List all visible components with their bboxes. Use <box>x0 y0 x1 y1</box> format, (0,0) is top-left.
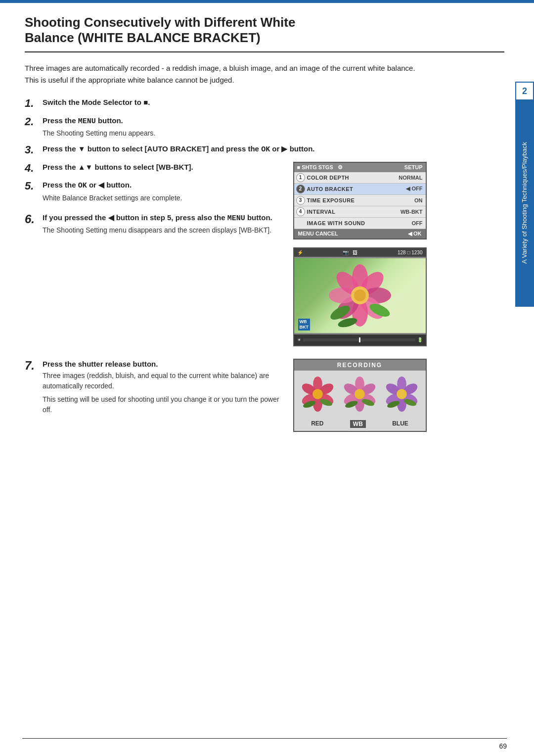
bottom-line <box>22 738 507 739</box>
exposure-icon: ☀ <box>297 337 301 342</box>
svg-point-9 <box>354 289 366 301</box>
step-2-sub: The Shooting Setting menu appears. <box>43 128 504 139</box>
menu-row-2: 2 AUTO BRACKET ◀ OFF <box>294 184 426 195</box>
camera-menu-screen: ■ SHTG STGS ⚙ SETUP 1 COLOR DEPTH NORMAL… <box>293 162 427 239</box>
rec-img-blue <box>382 375 421 414</box>
step-6-sub: The Shooting Setting menu disappears and… <box>43 225 283 236</box>
step-4-number: 4. <box>25 162 41 175</box>
step-7-content: Press the shutter release button. Three … <box>43 359 283 416</box>
side-tab-label: A Variety of Shooting Techniques/Playbac… <box>521 142 529 264</box>
svg-point-37 <box>397 389 407 399</box>
title-line2: Balance (WHITE BALANCE BRACKET) <box>25 30 504 46</box>
step-3: 3. Press the ▼ button to select [AUTO BR… <box>25 143 504 156</box>
rec-flower-red <box>299 376 336 413</box>
step-2-content: Press the MENU button. The Shooting Sett… <box>43 115 504 139</box>
row-num-2: 2 <box>296 185 305 193</box>
photo-count: 128 □ 1230 <box>398 250 423 255</box>
camera-photo-screen: ⚡ 📷 🖼 128 □ 1230 <box>293 247 427 346</box>
step-7: 7. Press the shutter release button. Thr… <box>25 359 283 416</box>
page-number: 69 <box>499 742 507 750</box>
wb-bkt-label: WBBKT <box>298 319 311 331</box>
row-value-4: WB-BKT <box>400 209 423 215</box>
photo-icon-center: 📷 🖼 <box>343 250 357 255</box>
recording-screen: RECORDING <box>293 359 427 432</box>
side-tab: A Variety of Shooting Techniques/Playbac… <box>515 99 534 307</box>
rec-img-neutral <box>340 375 379 414</box>
step-5-content: Press the OK or ◀ button. White Balance … <box>43 180 283 203</box>
row-value-5: OFF <box>412 220 423 226</box>
page: A Variety of Shooting Techniques/Playbac… <box>0 0 534 756</box>
side-tab-number: 2 <box>515 82 534 100</box>
rec-label-red: RED <box>311 420 323 428</box>
exposure-indicator <box>359 337 360 342</box>
svg-point-19 <box>312 389 323 399</box>
row-value-3: ON <box>414 197 423 203</box>
row-num-4: 4 <box>296 207 305 216</box>
recording-images <box>294 371 426 418</box>
step-5: 5. Press the OK or ◀ button. White Balan… <box>25 180 283 203</box>
intro-text2: This is useful if the appropriate white … <box>25 76 234 84</box>
step-6-content: If you pressed the ◀ button in step 5, p… <box>43 212 283 236</box>
menu-row-1: 1 COLOR DEPTH NORMAL <box>294 172 426 184</box>
photo-icon-left: ⚡ <box>297 250 303 255</box>
step-3-content: Press the ▼ button to select [AUTO BRACK… <box>43 143 504 156</box>
step-1-content: Switch the Mode Selector to ■. <box>43 97 504 108</box>
step-7-left: 7. Press the shutter release button. Thr… <box>25 359 283 432</box>
svg-point-28 <box>355 389 365 399</box>
battery-icon: 🔋 <box>417 337 423 342</box>
step-6-number: 6. <box>25 212 41 227</box>
step-4: 4. Press the ▲▼ buttons to select [WB-BK… <box>25 162 283 175</box>
left-column: 4. Press the ▲▼ buttons to select [WB-BK… <box>25 162 283 346</box>
step-7-sub2: This setting will be used for shooting u… <box>43 394 283 415</box>
flower-area <box>294 258 426 333</box>
row-label-5: IMAGE WITH SOUND <box>307 220 412 226</box>
step-2-number: 2. <box>25 115 41 128</box>
page-title: Shooting Consecutively with Different Wh… <box>25 15 504 52</box>
menu-row-3: 3 TIME EXPOSURE ON <box>294 195 426 206</box>
row-value-2: ◀ OFF <box>406 186 422 192</box>
step-1-number: 1. <box>25 97 41 110</box>
camera-menu-header: ■ SHTG STGS ⚙ SETUP <box>294 163 426 172</box>
step-3-bold: Press the ▼ button to select [AUTO BRACK… <box>43 144 314 153</box>
step-7-number: 7. <box>25 359 41 373</box>
rec-label-center: WB <box>350 420 366 428</box>
step-5-bold: Press the OK or ◀ button. <box>43 180 283 192</box>
title-line1: Shooting Consecutively with Different Wh… <box>25 15 504 30</box>
flower-svg <box>320 258 400 332</box>
rec-label-blue: BLUE <box>392 420 408 428</box>
row-num-3: 3 <box>296 196 305 205</box>
menu-row-4: 4 INTERVAL WB-BKT <box>294 206 426 218</box>
step-3-number: 3. <box>25 143 41 156</box>
step-6-bold: If you pressed the ◀ button in step 5, p… <box>43 212 283 225</box>
header-right: SETUP <box>404 164 423 171</box>
top-bar <box>0 0 534 3</box>
row-label-4: INTERVAL <box>307 209 400 215</box>
footer-left: MENU CANCEL <box>298 231 338 237</box>
step-7-right: RECORDING <box>293 359 505 432</box>
row-label-1: COLOR DEPTH <box>307 175 399 181</box>
step-5-number: 5. <box>25 180 41 192</box>
row-num-1: 1 <box>296 173 305 182</box>
rec-flower-neutral <box>341 376 378 413</box>
step-7-sub1: Three images (reddish, bluish, and equal… <box>43 371 283 391</box>
two-col-section: 4. Press the ▲▼ buttons to select [WB-BK… <box>25 162 504 346</box>
main-content: Shooting Consecutively with Different Wh… <box>25 15 504 731</box>
intro-text1: Three images are automatically recorded … <box>25 64 415 72</box>
step-1-text: Switch the Mode Selector to ■. <box>43 98 150 106</box>
photo-top-bar: ⚡ 📷 🖼 128 □ 1230 <box>294 248 426 257</box>
rec-img-red <box>298 375 337 414</box>
step-7-bold: Press the shutter release button. <box>43 359 283 370</box>
photo-bottom-bar: ☀ 🔋 <box>294 334 426 345</box>
recording-header: RECORDING <box>294 360 426 371</box>
row-label-2: AUTO BRACKET <box>307 186 406 192</box>
intro-paragraph: Three images are automatically recorded … <box>25 62 504 86</box>
step-6: 6. If you pressed the ◀ button in step 5… <box>25 212 283 236</box>
row-label-3: TIME EXPOSURE <box>307 197 415 203</box>
header-left: ■ SHTG STGS ⚙ <box>297 164 343 171</box>
step-7-section: 7. Press the shutter release button. Thr… <box>25 359 504 432</box>
step-4-bold: Press the ▲▼ buttons to select [WB-BKT]. <box>43 163 193 171</box>
step-5-sub: White Balance Bracket settings are compl… <box>43 193 283 203</box>
menu-row-5: IMAGE WITH SOUND OFF <box>294 218 426 229</box>
footer-right: ◀ OK <box>408 231 422 237</box>
step-4-content: Press the ▲▼ buttons to select [WB-BKT]. <box>43 162 283 173</box>
